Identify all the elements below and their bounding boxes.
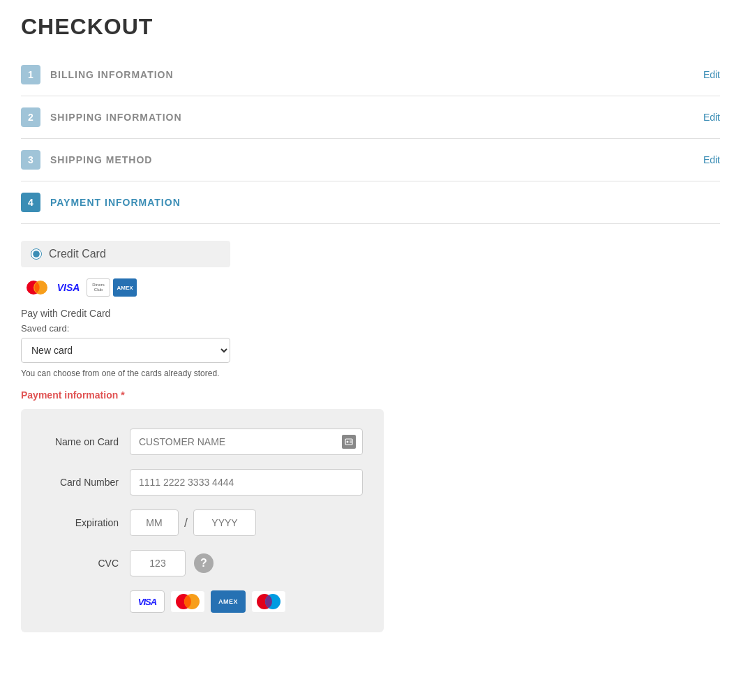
id-card-icon — [342, 435, 356, 449]
payment-section: Credit Card VISA DinersClub AMEX Pay wit… — [21, 241, 720, 632]
step-3-left: 3 SHIPPING METHOD — [21, 150, 152, 170]
name-input-wrapper — [130, 429, 363, 455]
step-4-left: 4 PAYMENT INFORMATION — [21, 193, 181, 212]
credit-card-label[interactable]: Credit Card — [49, 248, 106, 260]
mastercard-logo-small — [24, 278, 50, 297]
card-number-row: Card Number — [42, 469, 363, 496]
amex-logo-bottom: AMEX — [211, 590, 246, 613]
visa-logo-bottom: VISA — [130, 590, 165, 613]
expiry-row: Expiration / — [42, 509, 363, 536]
step-3-row: 3 SHIPPING METHOD Edit — [21, 139, 720, 181]
expiry-yyyy-input[interactable] — [193, 509, 256, 536]
expiry-inputs: / — [130, 509, 256, 536]
credit-card-option[interactable]: Credit Card — [21, 241, 230, 267]
step-3-edit-button[interactable]: Edit — [703, 154, 720, 165]
step-1-label: BILLING INFORMATION — [50, 69, 174, 80]
step-1-row: 1 BILLING INFORMATION Edit — [21, 54, 720, 96]
name-row: Name on Card — [42, 429, 363, 455]
saved-card-label: Saved card: — [21, 323, 720, 334]
payment-info-label: Payment information * — [21, 389, 720, 401]
card-logos-small: VISA DinersClub AMEX — [24, 278, 720, 297]
cvc-inputs: ? — [130, 550, 214, 576]
name-label: Name on Card — [42, 436, 119, 447]
amex-logo-small: AMEX — [113, 278, 137, 297]
expiry-mm-input[interactable] — [130, 509, 179, 536]
mastercard-logo-bottom — [170, 590, 205, 613]
cvc-help-button[interactable]: ? — [194, 553, 214, 573]
cvc-label: CVC — [42, 558, 119, 569]
saved-card-select[interactable]: New card — [21, 338, 230, 363]
pay-with-label: Pay with Credit Card — [21, 308, 720, 319]
step-1-edit-button[interactable]: Edit — [703, 69, 720, 80]
payment-form-box: Name on Card Card Number Expiratio — [21, 409, 384, 632]
step-3-badge: 3 — [21, 150, 40, 170]
name-input[interactable] — [130, 429, 363, 455]
step-4-label: PAYMENT INFORMATION — [50, 197, 181, 208]
step-1-left: 1 BILLING INFORMATION — [21, 65, 174, 84]
step-4-badge: 4 — [21, 193, 40, 212]
cvc-input[interactable] — [130, 550, 186, 576]
step-2-label: SHIPPING INFORMATION — [50, 112, 182, 123]
credit-card-radio[interactable] — [31, 248, 42, 260]
step-2-left: 2 SHIPPING INFORMATION — [21, 107, 182, 127]
expiry-separator: / — [184, 516, 188, 530]
step-2-badge: 2 — [21, 107, 40, 127]
card-logos-bottom: VISA AMEX — [130, 590, 363, 613]
maestro-logo-bottom — [251, 590, 286, 613]
card-number-label: Card Number — [42, 477, 119, 488]
step-3-label: SHIPPING METHOD — [50, 154, 152, 165]
visa-logo-small: VISA — [53, 282, 84, 293]
step-4-row: 4 PAYMENT INFORMATION — [21, 181, 720, 224]
saved-card-hint: You can choose from one of the cards alr… — [21, 368, 720, 378]
cvc-row: CVC ? — [42, 550, 363, 576]
step-1-badge: 1 — [21, 65, 40, 84]
steps-container: 1 BILLING INFORMATION Edit 2 SHIPPING IN… — [21, 54, 720, 224]
diners-logo-small: DinersClub — [87, 278, 110, 297]
step-2-edit-button[interactable]: Edit — [703, 112, 720, 123]
card-number-input[interactable] — [130, 469, 363, 496]
step-2-row: 2 SHIPPING INFORMATION Edit — [21, 96, 720, 139]
expiry-label: Expiration — [42, 517, 119, 528]
page-title: CHECKOUT — [21, 14, 720, 40]
svg-point-3 — [347, 441, 349, 443]
